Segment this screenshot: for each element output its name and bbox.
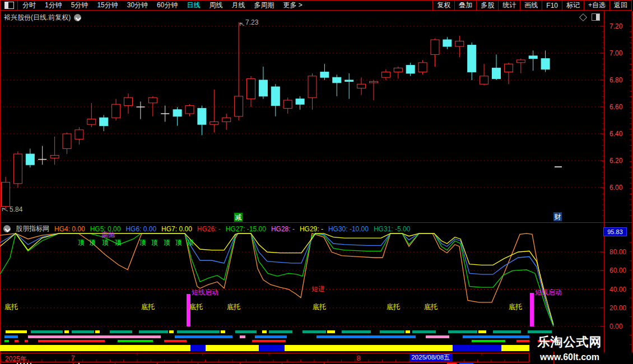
indicator-field-hg29: HG29: - [300, 225, 323, 233]
indicator-field-hg30: HG30: -10.00 [328, 225, 369, 233]
watermark-site-name: 乐淘公式网 [533, 334, 606, 351]
high-price-annotation: 7.23 [245, 19, 258, 26]
indicator-value-box: 95.83 [603, 227, 627, 236]
chart-title: 裕兴股份(日线.前复权) [4, 13, 71, 22]
diamond-icon[interactable] [579, 13, 587, 21]
tab-monthly[interactable]: 月线 [227, 1, 249, 10]
statistics-button[interactable]: 统计 [498, 1, 520, 10]
indicator-field-hg28: HG28: - [271, 225, 295, 233]
indicator-field-hg26: HG26: - [197, 225, 221, 233]
finance-report-badge: 财 [553, 212, 562, 221]
back-button[interactable]: 返回 [609, 1, 631, 10]
tab-fenshi[interactable]: 分时 [18, 1, 40, 10]
tab-60min[interactable]: 60分钟 [152, 1, 182, 10]
indicator-field-hg4: HG4: 0.00 [54, 225, 85, 233]
tab-weekly[interactable]: 周线 [204, 1, 227, 10]
tab-15min[interactable]: 15分钟 [92, 1, 122, 10]
indicator-header[interactable]: 股朋指标网 HG4: 0.00HG5: 0.00HG6: 0.00HG7: 0.… [3, 224, 410, 234]
timeline-month-7: 7 [71, 354, 75, 362]
tab-more[interactable]: 更多 > [278, 1, 306, 10]
chart-title-bar[interactable]: 裕兴股份(日线.前复权) [4, 13, 81, 22]
split-right-icon[interactable] [592, 13, 600, 21]
timeline-month-8: 8 [357, 354, 361, 362]
tab-30min[interactable]: 30分钟 [123, 1, 152, 10]
trading-app-window: 分时 1分钟 5分钟 15分钟 30分钟 60分钟 日线 周线 月线 多周期 更… [0, 0, 633, 364]
watermark: 乐淘公式网 www.60lt.com [533, 334, 606, 362]
indicator-field-hg7: HG7: 0.00 [161, 225, 192, 233]
split-left-icon [4, 2, 14, 9]
restore-rights-button[interactable]: 复权 [432, 1, 454, 10]
indicator-fields: HG4: 0.00HG5: 0.00HG6: 0.00HG7: 0.00HG26… [54, 225, 410, 233]
layout-toggle-left[interactable] [1, 1, 18, 10]
topbar: 分时 1分钟 5分钟 15分钟 30分钟 60分钟 日线 周线 月线 多周期 更… [0, 0, 632, 11]
multi-stock-button[interactable]: 多股 [476, 1, 498, 10]
title-right-icons [580, 13, 600, 21]
draw-line-button[interactable]: 画线 [520, 1, 542, 10]
overlay-button[interactable]: 叠加 [454, 1, 476, 10]
mark-button[interactable]: 标记 [562, 1, 584, 10]
indicator-field-hg31: HG31: -5.00 [374, 225, 410, 233]
tab-5min[interactable]: 5分钟 [67, 1, 93, 10]
timeline-date-box: 2025/08/08五 [409, 353, 452, 362]
tab-multi-period[interactable]: 多周期 [249, 1, 278, 10]
timeline-axis[interactable]: 2025年 7 8 2025/08/08五 [0, 353, 529, 362]
chevron-down-icon[interactable] [74, 14, 81, 21]
indicator-field-hg5: HG5: 0.00 [90, 225, 121, 233]
indicator-field-hg27: HG27: -15.00 [226, 225, 266, 233]
indicator-field-hg6: HG6: 0.00 [125, 225, 156, 233]
tab-daily[interactable]: 日线 [182, 1, 204, 10]
low-price-annotation: 5.84 [10, 206, 22, 213]
indicator-collapse-icon[interactable] [3, 225, 11, 232]
indicator-name: 股朋指标网 [16, 224, 49, 234]
add-watchlist-button[interactable]: +自选 [584, 1, 609, 10]
topbar-right-buttons: 复权 叠加 多股 统计 画线 F10 标记 +自选 返回 [432, 1, 631, 10]
watermark-url: www.60lt.com [533, 352, 606, 362]
reduce-holdings-badge: 减 [234, 213, 243, 222]
timeline-year-label: 2025年 [5, 354, 27, 364]
f10-button[interactable]: F10 [542, 1, 562, 10]
chart-canvas[interactable] [0, 0, 633, 364]
tab-1min[interactable]: 1分钟 [40, 1, 67, 10]
